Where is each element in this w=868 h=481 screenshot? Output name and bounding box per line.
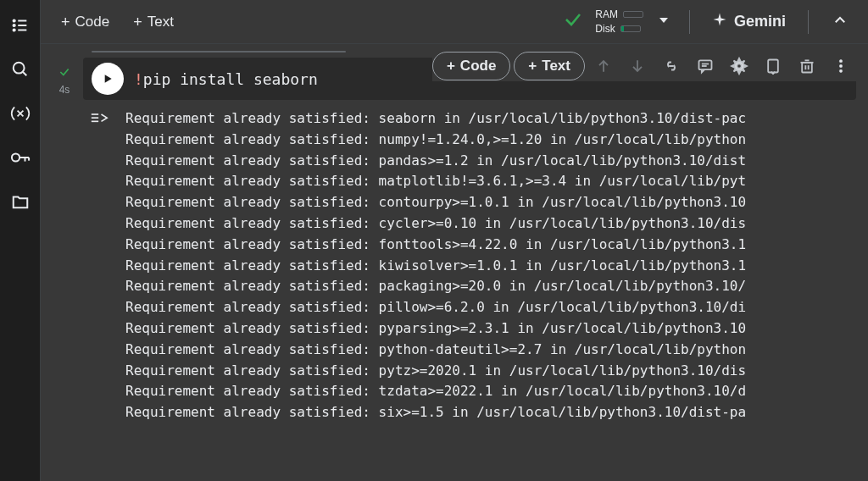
add-text-label: Text — [147, 14, 174, 30]
toc-icon[interactable] — [10, 15, 31, 36]
variables-icon[interactable] — [10, 103, 31, 124]
insert-text-button[interactable]: + Text — [514, 52, 585, 80]
svg-point-31 — [839, 69, 842, 72]
ram-bar — [623, 11, 643, 18]
notebook-body: + Code + Text — [41, 44, 868, 481]
output-line: Requirement already satisfied: tzdata>=2… — [125, 381, 856, 402]
insert-code-label: Code — [460, 58, 497, 75]
topbar: + Code + Text RAM Disk — [41, 0, 868, 44]
code-body: pip install seaborn — [143, 70, 318, 88]
plus-icon: + — [61, 14, 70, 30]
disk-bar — [620, 25, 641, 32]
cell-content: !pip install seaborn Requirement already… — [83, 58, 856, 423]
output-line: Requirement already satisfied: six>=1.5 … — [125, 402, 856, 423]
cell-gutter: 4s — [46, 58, 83, 423]
move-down-icon[interactable] — [622, 51, 653, 81]
divider — [689, 10, 690, 34]
output-line: Requirement already satisfied: contourpy… — [125, 192, 856, 213]
left-sidebar — [0, 0, 41, 481]
output-line: Requirement already satisfied: seaborn i… — [125, 108, 856, 130]
execution-duration: 4s — [59, 84, 70, 96]
plus-icon: + — [447, 58, 455, 75]
code-editor[interactable]: !pip install seaborn — [134, 70, 318, 88]
files-icon[interactable] — [10, 191, 31, 212]
disk-label: Disk — [595, 23, 615, 35]
code-cell: 4s !pip install seaborn Requirement alre… — [41, 53, 868, 423]
gear-icon[interactable] — [724, 51, 754, 81]
insert-text-label: Text — [542, 58, 570, 75]
cell-toolbar: + Code + Text — [432, 51, 856, 81]
output-line: Requirement already satisfied: pyparsing… — [125, 318, 856, 340]
search-icon[interactable] — [10, 59, 31, 80]
gemini-label: Gemini — [734, 13, 786, 30]
collapse-button[interactable] — [824, 8, 856, 36]
ram-label: RAM — [595, 8, 618, 20]
add-text-button[interactable]: + Text — [125, 8, 182, 36]
svg-line-7 — [22, 72, 26, 76]
cell-output: Requirement already satisfied: seaborn i… — [125, 108, 856, 423]
move-up-icon[interactable] — [588, 51, 619, 81]
svg-point-8 — [11, 153, 19, 161]
comment-icon[interactable] — [690, 51, 721, 81]
output-line: Requirement already satisfied: pandas>=1… — [125, 151, 856, 172]
run-button[interactable] — [92, 63, 124, 95]
add-code-button[interactable]: + Code — [53, 8, 118, 36]
output-line: Requirement already satisfied: fonttools… — [125, 235, 856, 256]
svg-point-21 — [737, 64, 742, 69]
svg-marker-32 — [105, 75, 112, 82]
svg-rect-16 — [699, 60, 712, 69]
mirror-icon[interactable] — [758, 51, 788, 81]
sparkle-icon — [712, 12, 727, 31]
output-line: Requirement already satisfied: pytz>=202… — [125, 361, 856, 382]
svg-rect-22 — [768, 60, 778, 73]
svg-point-29 — [839, 60, 842, 63]
svg-point-2 — [13, 29, 14, 30]
output-line: Requirement already satisfied: python-da… — [125, 340, 856, 361]
output-row: Requirement already satisfied: seaborn i… — [83, 100, 856, 423]
main-area: + Code + Text RAM Disk — [41, 0, 868, 481]
svg-point-1 — [13, 25, 14, 26]
svg-point-30 — [839, 64, 842, 67]
svg-marker-12 — [659, 18, 668, 23]
check-icon — [58, 66, 70, 80]
output-line: Requirement already satisfied: numpy!=1.… — [125, 130, 856, 151]
add-code-label: Code — [75, 14, 110, 30]
output-line: Requirement already satisfied: matplotli… — [125, 171, 856, 192]
link-icon[interactable] — [656, 51, 687, 81]
code-prefix: ! — [134, 70, 143, 88]
gemini-button[interactable]: Gemini — [705, 8, 793, 35]
connection-ok-icon — [563, 9, 583, 35]
svg-point-6 — [13, 63, 24, 74]
insert-code-button[interactable]: + Code — [432, 52, 510, 80]
output-line: Requirement already satisfied: kiwisolve… — [125, 256, 856, 277]
output-line: Requirement already satisfied: pillow>=6… — [125, 297, 856, 318]
svg-rect-24 — [802, 63, 812, 73]
resource-indicator[interactable]: RAM Disk — [595, 8, 643, 35]
output-line: Requirement already satisfied: cycler>=0… — [125, 213, 856, 235]
output-line: Requirement already satisfied: packaging… — [125, 276, 856, 297]
more-icon[interactable] — [826, 51, 856, 81]
plus-icon: + — [133, 14, 142, 30]
divider — [808, 10, 809, 34]
plus-icon: + — [528, 58, 537, 75]
secrets-icon[interactable] — [10, 147, 31, 168]
delete-icon[interactable] — [792, 51, 822, 81]
svg-point-0 — [13, 19, 14, 21]
output-toggle-icon[interactable] — [83, 108, 115, 423]
runtime-dropdown[interactable] — [654, 10, 674, 33]
